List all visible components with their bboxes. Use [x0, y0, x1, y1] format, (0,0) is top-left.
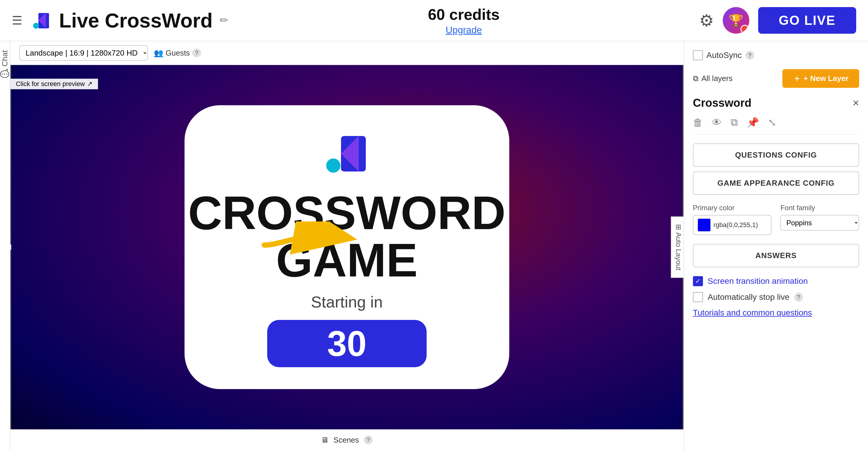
auto-stop-label: Automatically stop live [708, 292, 789, 302]
answers-button[interactable]: ANSWERS [693, 244, 859, 267]
autosync-checkbox[interactable] [693, 50, 703, 60]
font-group: Font family Poppins Roboto Open Sans Mon… [780, 204, 859, 235]
go-live-button[interactable]: GO LIVE [758, 7, 856, 34]
auto-stop-row: Automatically stop live ? [693, 292, 859, 302]
autosync-label: AutoSync [707, 51, 742, 60]
auto-stop-checkbox[interactable] [693, 292, 703, 302]
screen-transition-row: ✓ Screen transition animation [693, 276, 859, 286]
app-logo [30, 8, 53, 32]
color-font-row: Primary color rgba(0,0,255,1) Font famil… [693, 204, 859, 235]
hamburger-icon[interactable]: ☰ [12, 13, 23, 27]
scenes-icon: 🖥 [321, 435, 329, 445]
resize-icon[interactable]: ⤡ [768, 116, 776, 128]
panel-icon-row: 🗑 👁 ⧉ 📌 ⤡ [693, 116, 859, 135]
autosync-row: AutoSync ? [693, 50, 859, 60]
logo-container: Live CrossWord [30, 8, 213, 32]
avatar-badge [740, 25, 749, 34]
scenes-bar: 🖥 Scenes ? [10, 429, 683, 450]
svg-point-3 [33, 23, 39, 29]
countdown-number: 30 [327, 323, 366, 364]
font-family-select[interactable]: Poppins Roboto Open Sans Montserrat [780, 215, 859, 231]
app-title: Live CrossWord [59, 9, 213, 32]
avatar[interactable]: 🏆 [723, 7, 749, 34]
new-layer-plus-icon: ＋ [793, 73, 801, 84]
game-background: CROSSWORD GAME Starting in 30 [11, 65, 683, 429]
right-panel: AutoSync ? ⧉ All layers ＋ + New Layer Cr… [683, 41, 868, 450]
canvas-area: Landscape | 16:9 | 1280x720 HD 👥 Guests … [10, 41, 683, 450]
tutorials-link[interactable]: Tutorials and common questions [693, 308, 859, 317]
countdown-box: 30 [267, 320, 427, 367]
game-title: CROSSWORD GAME [188, 189, 506, 284]
topbar-center: 60 credits Upgrade [428, 6, 500, 35]
delete-icon[interactable]: 🗑 [693, 117, 703, 128]
guests-icon: 👥 [154, 49, 163, 58]
scenes-label: Scenes [333, 435, 359, 445]
topbar-left: ☰ Live CrossWord ✏ [12, 8, 228, 32]
primary-color-label: Primary color [693, 204, 772, 212]
screen-preview-button[interactable]: Click for screen preview ↗ [10, 79, 98, 89]
font-family-label: Font family [780, 204, 859, 212]
screen-transition-label: Screen transition animation [708, 277, 808, 286]
layers-stack-icon: ⧉ [693, 74, 699, 83]
svg-point-6 [326, 159, 340, 173]
screen-transition-checkbox[interactable]: ✓ [693, 276, 703, 286]
all-layers-button[interactable]: ⧉ All layers [693, 74, 733, 83]
auto-layout-icon: ⊞ [674, 224, 683, 230]
panel-section-title: Crossword [693, 97, 751, 109]
color-input-row: rgba(0,0,255,1) [693, 215, 772, 235]
edit-icon[interactable]: ✏ [220, 14, 228, 27]
canvas-toolbar: Landscape | 16:9 | 1280x720 HD 👥 Guests … [10, 41, 683, 65]
chat-sidebar-item[interactable]: 💬 Chat [0, 50, 9, 78]
scene-frame-container: Start Round Round end Game end Click for… [10, 65, 683, 429]
credits-count: 60 credits [428, 6, 500, 23]
guests-button[interactable]: 👥 Guests ? [154, 49, 201, 58]
chat-label: Chat [0, 50, 9, 66]
all-layers-label: All layers [702, 74, 733, 83]
layers-row: ⧉ All layers ＋ + New Layer [693, 69, 859, 88]
resolution-select[interactable]: Landscape | 16:9 | 1280x720 HD [19, 45, 148, 61]
duplicate-icon[interactable]: ⧉ [731, 116, 738, 128]
color-value: rgba(0,0,255,1) [714, 221, 758, 229]
questions-config-button[interactable]: QUESTIONS CONFIG [693, 143, 859, 167]
new-layer-button[interactable]: ＋ + New Layer [782, 69, 859, 88]
guests-label: Guests [166, 49, 190, 58]
topbar-right: ⚙ 🏆 GO LIVE [699, 7, 856, 34]
game-title-line2: GAME [188, 236, 506, 284]
color-swatch[interactable] [698, 219, 711, 231]
scene-frame: CROSSWORD GAME Starting in 30 [10, 65, 683, 429]
game-subtitle: Starting in [311, 293, 383, 311]
guests-help-icon[interactable]: ? [192, 49, 201, 57]
canvas-stage: Start Round Round end Game end Click for… [10, 65, 683, 429]
scenes-help-icon[interactable]: ? [364, 435, 373, 444]
appearance-config-button[interactable]: GAME APPEARANCE CONFIG [693, 171, 859, 195]
pin-icon[interactable]: 📌 [747, 116, 759, 128]
auto-layout-tab[interactable]: ⊞ Auto Layout [671, 217, 683, 278]
new-layer-label: + New Layer [804, 74, 848, 83]
chat-icon: 💬 [0, 69, 9, 78]
color-group: Primary color rgba(0,0,255,1) [693, 204, 772, 235]
preview-icon: ↗ [87, 80, 92, 88]
settings-button[interactable]: ⚙ [699, 11, 714, 30]
auto-layout-label: Auto Layout [674, 232, 683, 270]
game-card: CROSSWORD GAME Starting in 30 [185, 105, 509, 389]
hide-icon[interactable]: 👁 [712, 117, 722, 128]
settings-icon: ⚙ [699, 11, 714, 30]
topbar: ☰ Live CrossWord ✏ 60 credits Upgrade ⚙ … [0, 0, 868, 41]
auto-stop-help-icon[interactable]: ? [794, 293, 803, 302]
preview-label: Click for screen preview [16, 80, 85, 88]
upgrade-link[interactable]: Upgrade [445, 25, 482, 35]
close-panel-button[interactable]: × [852, 97, 859, 109]
main-area: 💬 Chat Landscape | 16:9 | 1280x720 HD 👥 … [0, 41, 868, 450]
left-sidebar: 💬 Chat [0, 41, 10, 450]
game-title-line1: CROSSWORD [188, 189, 506, 236]
panel-section-header: Crossword × [693, 97, 859, 109]
autosync-help-icon[interactable]: ? [745, 51, 754, 60]
card-logo [320, 127, 373, 180]
